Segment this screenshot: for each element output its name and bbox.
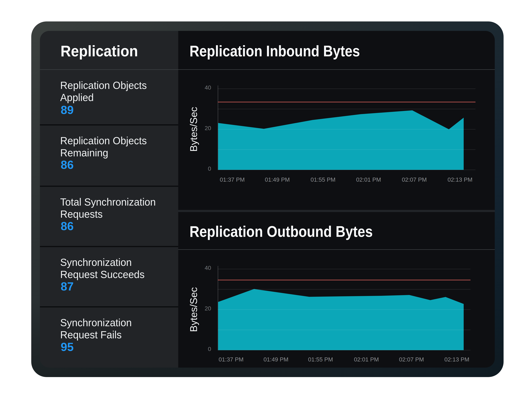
svg-text:01:49 PM: 01:49 PM bbox=[265, 176, 290, 183]
svg-text:Bytes/Sec: Bytes/Sec bbox=[188, 287, 199, 332]
svg-text:40: 40 bbox=[205, 265, 211, 271]
svg-text:01:37 PM: 01:37 PM bbox=[219, 356, 244, 363]
svg-text:Replication Outbound Bytes: Replication Outbound Bytes bbox=[190, 223, 373, 240]
svg-text:02:01 PM: 02:01 PM bbox=[356, 176, 381, 183]
svg-text:Bytes/Sec: Bytes/Sec bbox=[188, 107, 199, 152]
svg-text:02:07 PM: 02:07 PM bbox=[399, 356, 424, 363]
svg-text:0: 0 bbox=[208, 346, 211, 352]
svg-text:02:07 PM: 02:07 PM bbox=[402, 176, 427, 183]
svg-text:02:01 PM: 02:01 PM bbox=[354, 356, 379, 363]
svg-text:01:49 PM: 01:49 PM bbox=[264, 356, 288, 363]
svg-text:01:37 PM: 01:37 PM bbox=[220, 176, 245, 183]
svg-text:20: 20 bbox=[205, 125, 211, 131]
svg-text:0: 0 bbox=[208, 165, 211, 172]
svg-text:01:55 PM: 01:55 PM bbox=[308, 356, 333, 363]
svg-text:02:13 PM: 02:13 PM bbox=[444, 356, 469, 363]
svg-text:01:55 PM: 01:55 PM bbox=[310, 176, 336, 183]
svg-text:02:13 PM: 02:13 PM bbox=[448, 176, 473, 183]
svg-text:20: 20 bbox=[205, 305, 211, 312]
svg-text:Replication Inbound Bytes: Replication Inbound Bytes bbox=[190, 42, 360, 60]
svg-text:40: 40 bbox=[205, 84, 211, 91]
